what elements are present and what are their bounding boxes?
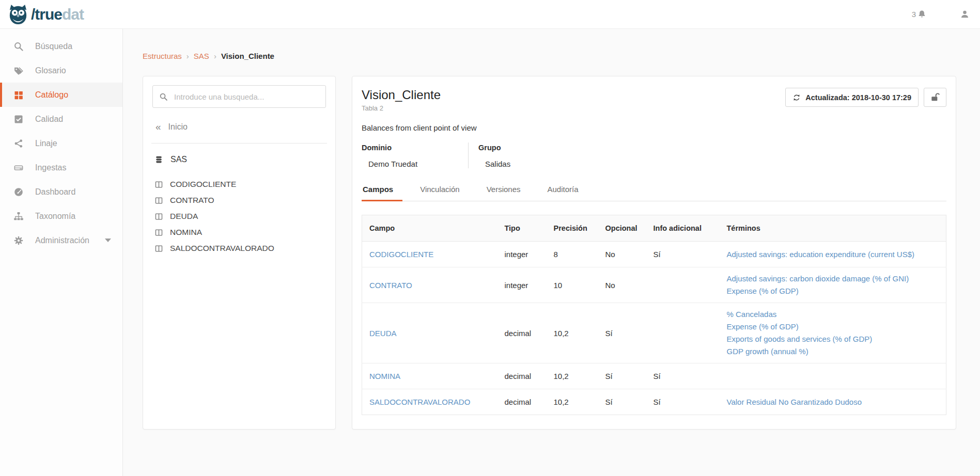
group-value: Salidas (478, 160, 510, 168)
gear-icon (12, 235, 25, 246)
notification-count-badge: 3 (912, 10, 916, 19)
term-links: % Canceladas Expense (% of GDP) Exports … (727, 308, 939, 358)
sidebar-item-busqueda[interactable]: Búsqueda (0, 34, 122, 58)
tree-item-deuda[interactable]: DEUDA (152, 211, 326, 222)
system-node-sas[interactable]: SAS (152, 155, 326, 164)
table-icon (154, 244, 163, 253)
cell-info-adicional: Sí (646, 242, 720, 267)
tab-versiones[interactable]: Versiones (486, 182, 522, 201)
tab-auditoria[interactable]: Auditoría (547, 182, 580, 201)
structure-type-subtitle: Tabla 2 (362, 104, 441, 112)
tab-vinculacion[interactable]: Vinculación (419, 182, 460, 201)
chevron-down-icon (105, 239, 111, 242)
table-icon (154, 196, 163, 205)
sidebar-item-catalogo[interactable]: Catálogo (0, 83, 122, 107)
term-link[interactable]: Expense (% of GDP) (727, 285, 939, 297)
owl-logo-icon (8, 4, 28, 25)
term-link[interactable]: GDP growth (annual %) (727, 345, 939, 358)
cell-tipo: integer (497, 267, 547, 303)
share-icon (12, 138, 25, 149)
sidebar-item-glosario[interactable]: Glosario (0, 58, 122, 83)
field-link[interactable]: SALDOCONTRAVALORADO (369, 398, 470, 406)
sidebar-label: Glosario (35, 66, 66, 75)
term-link[interactable]: % Canceladas (727, 308, 939, 321)
browser-home-label: Inicio (168, 122, 188, 132)
term-link[interactable]: Valor Residual No Garantizado Dudoso (727, 396, 939, 408)
logo-wordmark: /truedat (31, 7, 84, 22)
breadcrumb-link-sas[interactable]: SAS (194, 52, 209, 60)
detail-actions: Actualizada: 2018-10-30 17:29 (785, 88, 946, 107)
unlock-button[interactable] (924, 88, 946, 107)
cell-opcional: Sí (598, 303, 646, 363)
sidebar-label: Catálogo (35, 90, 68, 100)
sidebar-item-administracion[interactable]: Administración (0, 228, 122, 252)
sidebar-label: Búsqueda (35, 42, 72, 51)
sidebar-item-linaje[interactable]: Linaje (0, 131, 122, 155)
topbar-right: 3 (912, 9, 972, 19)
truedat-logo[interactable]: /truedat (8, 4, 84, 25)
tree-item-saldocontravalorado[interactable]: SALDOCONTRAVALORADO (152, 243, 326, 254)
column-header-tipo: Tipo (497, 215, 547, 242)
sidebar-item-ingestas[interactable]: Ingestas (0, 155, 122, 180)
cell-precision: 10 (547, 267, 598, 303)
cell-info-adicional: Sí (646, 389, 720, 415)
browser-home-button[interactable]: « Inicio (152, 122, 326, 132)
breadcrumb-link-estructuras[interactable]: Estructuras (143, 52, 182, 60)
sidebar-item-taxonomia[interactable]: Taxonomía (0, 204, 122, 228)
column-header-opcional: Opcional (598, 215, 646, 242)
sidebar-label: Linaje (35, 139, 57, 148)
detail-header: Vision_Cliente Tabla 2 (362, 88, 946, 112)
tree-item-contrato[interactable]: CONTRATO (152, 195, 326, 206)
table-icon (154, 228, 163, 237)
term-link[interactable]: Expense (% of GDP) (727, 321, 939, 333)
sidebar-item-dashboard[interactable]: Dashboard (0, 180, 122, 204)
user-menu-button[interactable] (960, 9, 970, 19)
column-header-campo: Campo (362, 215, 497, 242)
table-tree-list: CODIGOCLIENTE CONTRATO DEUDA (152, 179, 326, 254)
domain-block: Dominio Demo Truedat (362, 142, 469, 168)
sitemap-icon (12, 211, 25, 221)
cell-opcional: Sí (598, 389, 646, 415)
tree-item-codigocliente[interactable]: CODIGOCLIENTE (152, 179, 326, 190)
field-link[interactable]: DEUDA (369, 329, 397, 338)
logo-dat-text: dat (62, 6, 84, 23)
refresh-updated-button[interactable]: Actualizada: 2018-10-30 17:29 (785, 88, 919, 107)
cell-precision: 10,2 (547, 303, 598, 363)
sidebar-label: Ingestas (35, 163, 66, 172)
sidebar: Búsqueda Glosario Catálog (0, 29, 123, 476)
sidebar-item-calidad[interactable]: Calidad (0, 107, 122, 131)
search-icon (159, 92, 168, 101)
gauge-icon (12, 187, 25, 197)
structure-search-box (152, 85, 326, 108)
term-links: Adjusted savings: education expenditure … (727, 248, 939, 261)
breadcrumb-separator-icon: › (214, 52, 216, 60)
term-link[interactable]: Adjusted savings: carbon dioxide damage … (727, 273, 939, 285)
bell-icon (917, 9, 927, 19)
cell-precision: 10,2 (547, 363, 598, 389)
breadcrumb: Estructuras › SAS › Vision_Cliente (143, 52, 956, 60)
term-link[interactable]: Exports of goods and services (% of GDP) (727, 333, 939, 345)
panels-row: « Inicio SAS (143, 76, 956, 430)
tree-item-label: NOMINA (170, 228, 202, 237)
tab-campos[interactable]: Campos (362, 182, 402, 201)
notifications-button[interactable]: 3 (912, 9, 927, 19)
structure-search-input[interactable] (174, 92, 319, 101)
term-link[interactable]: Adjusted savings: education expenditure … (727, 248, 939, 261)
panel-divider (151, 143, 327, 144)
cell-opcional: No (598, 242, 646, 267)
group-block: Grupo Salidas (469, 142, 510, 168)
field-link[interactable]: CONTRATO (369, 281, 412, 290)
detail-title-block: Vision_Cliente Tabla 2 (362, 88, 441, 112)
system-node-label: SAS (170, 155, 187, 164)
tree-item-nomina[interactable]: NOMINA (152, 227, 326, 238)
cell-info-adicional: Sí (646, 363, 720, 389)
field-link[interactable]: NOMINA (369, 372, 400, 380)
angle-double-left-icon: « (155, 122, 161, 132)
field-link[interactable]: CODIGOCLIENTE (369, 250, 433, 259)
tree-item-label: CODIGOCLIENTE (170, 180, 236, 189)
check-square-icon (12, 114, 25, 124)
domain-value: Demo Truedat (362, 160, 468, 168)
cell-opcional: No (598, 267, 646, 303)
cell-info-adicional (646, 267, 720, 303)
structure-description: Balances from client point of view (362, 123, 946, 132)
